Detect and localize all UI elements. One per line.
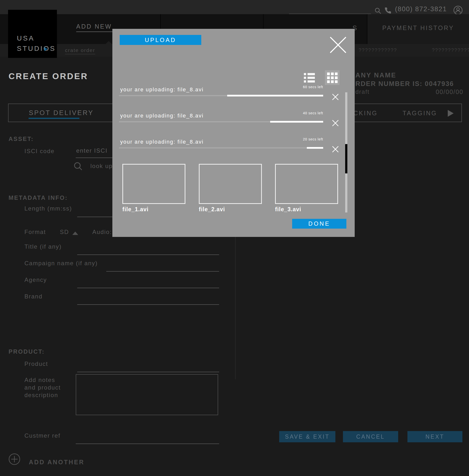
product-section-heading: PRODUCT: (9, 348, 45, 355)
campaign-input[interactable] (106, 263, 219, 272)
breadcrumb-crate-order[interactable]: crate order (65, 47, 95, 54)
order-number: RDER NUMBER IS: 0047936 (355, 80, 463, 88)
company-name: ANY NAME (355, 72, 396, 79)
file-name: file_3.avi (275, 206, 301, 213)
asset-section-heading: ASSET: (9, 135, 34, 142)
upload-progress-remaining (307, 147, 323, 149)
active-tab-caret (105, 41, 112, 44)
tab-tagging[interactable]: TAGGING (402, 110, 437, 117)
agency-label: Agency (24, 277, 47, 283)
title-label: Title (if any) (24, 243, 62, 250)
modal-scrollbar-thumb[interactable] (345, 144, 347, 173)
file-thumbnail[interactable] (199, 164, 262, 204)
upload-progress-bar (119, 95, 323, 96)
add-circle-plus-icon[interactable] (8, 453, 20, 465)
upload-row-label: your are uploading: file_8.avi (120, 113, 203, 119)
save-exit-button[interactable]: SAVE & EXIT (279, 431, 335, 442)
upload-time-left: 60 secs left (274, 85, 323, 89)
phone-icon[interactable] (384, 7, 392, 14)
upload-row-label: your are uploading: file_8.avi (120, 139, 203, 145)
upload-modal: UPLOAD your are uploading: file_8.avi (112, 29, 355, 237)
metadata-section-heading: METADATA INFO: (9, 194, 68, 201)
agency-input[interactable] (77, 280, 219, 288)
notes-textarea[interactable] (76, 374, 218, 415)
search-input[interactable] (289, 5, 371, 14)
upload-progress-remaining (270, 121, 323, 123)
brand-label: Brand (24, 293, 43, 300)
logo-text: USA STUDIOS (17, 33, 56, 54)
list-view-icon[interactable] (304, 73, 316, 83)
look-up-link[interactable]: look up (90, 163, 113, 169)
add-another-button[interactable]: ADD ANOTHER (29, 459, 84, 466)
top-bar: (800) 872-3821 (0, 0, 469, 14)
usa-studios-logo[interactable]: USA STUDIOS (8, 10, 57, 58)
upload-time-left: 20 secs left (274, 137, 323, 141)
create-order-screen: (800) 872-3821 ADD NEW S PAYMENT HISTORY… (0, 0, 469, 476)
file-thumbnail[interactable] (122, 164, 185, 204)
customer-ref-label: Custmer ref (24, 432, 60, 439)
file-name: file_2.avi (199, 206, 225, 213)
cancel-button[interactable]: CANCEL (343, 431, 398, 442)
tab-add-new[interactable]: ADD NEW (76, 23, 114, 32)
tab-spot-delivery[interactable]: SPOT DELIVERY (29, 109, 94, 117)
tab-payment-history-label: PAYMENT HISTORY (367, 24, 469, 32)
cancel-upload-icon[interactable] (331, 119, 339, 127)
product-input[interactable] (77, 364, 219, 372)
upload-progress-remaining (227, 95, 323, 97)
modal-close-icon[interactable] (328, 35, 348, 54)
done-button[interactable]: DONE (292, 219, 346, 229)
format-label: Format (24, 229, 46, 235)
cancel-upload-icon[interactable] (331, 93, 339, 101)
modal-scrollbar[interactable] (345, 92, 347, 213)
format-value[interactable]: SD (60, 229, 69, 235)
length-label: Length (mm:ss) (24, 205, 72, 212)
upload-button[interactable]: UPLOAD (120, 35, 201, 45)
upload-row-label: your are uploading: file_8.avi (120, 86, 203, 93)
upload-time-left: 40 secs left (274, 111, 323, 115)
notes-label: Add notes and product description (24, 376, 61, 399)
isci-input-underline[interactable] (76, 158, 115, 158)
format-dropdown-caret-icon[interactable] (72, 231, 78, 235)
audio-label: Audio: (92, 229, 112, 235)
search-icon[interactable] (374, 7, 381, 14)
play-icon (44, 47, 47, 51)
upload-progress-bar (119, 121, 323, 122)
campaign-label: Campaign name (if any) (24, 260, 98, 267)
product-label: Product (24, 361, 48, 367)
title-input[interactable] (77, 247, 219, 255)
look-up-search-icon[interactable] (73, 161, 83, 171)
subnav-placeholder-right[interactable]: ???????????? (432, 47, 469, 53)
account-icon[interactable] (453, 5, 463, 15)
customer-ref-input[interactable] (76, 436, 219, 444)
subnav-placeholder-left[interactable]: ???????????? (359, 47, 397, 53)
page-title: CREATE ORDER (9, 71, 88, 81)
cancel-upload-icon[interactable] (331, 145, 339, 153)
isci-code-label: ISCI code (24, 148, 54, 155)
isci-input-placeholder[interactable]: enter ISCI (76, 147, 107, 154)
file-name: file_1.avi (122, 206, 149, 213)
spot-delivery-active-underline (29, 118, 79, 119)
phone-number: (800) 872-3821 (395, 5, 447, 13)
tab-payment-history[interactable]: PAYMENT HISTORY (367, 14, 469, 44)
tagging-arrow-icon (448, 110, 454, 117)
brand-input[interactable] (77, 296, 219, 305)
order-date: 00/00/00 (355, 88, 463, 96)
grid-view-icon[interactable] (325, 70, 339, 85)
length-input[interactable] (77, 209, 116, 217)
upload-progress-bar (119, 147, 323, 148)
file-thumbnail[interactable] (275, 164, 338, 204)
next-button[interactable]: NEXT (407, 431, 462, 442)
